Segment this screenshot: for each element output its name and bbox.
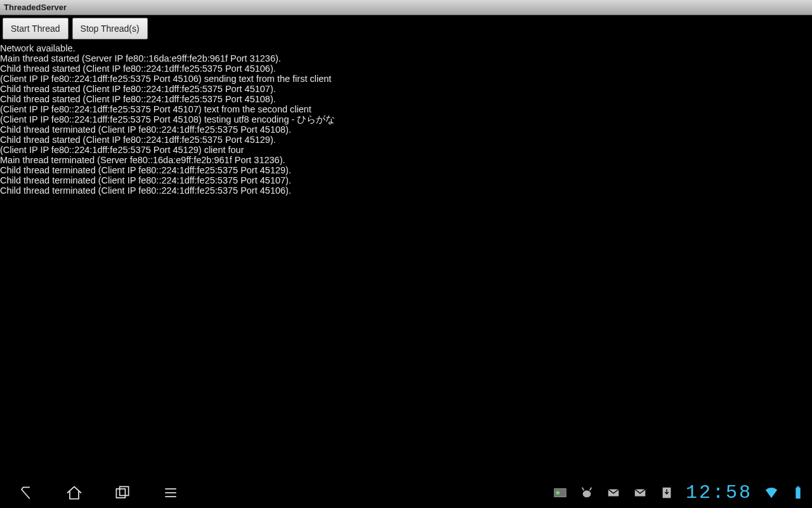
svg-point-6 [556,491,560,495]
window-title: ThreadedServer [4,3,67,12]
nav-buttons [0,483,180,502]
svg-rect-5 [554,489,566,497]
log-line: Child thread started (Client IP fe80::22… [0,94,812,104]
log-line: Child thread started (Client IP fe80::22… [0,135,812,145]
svg-line-8 [582,488,584,491]
back-icon[interactable] [16,483,36,502]
wifi-icon[interactable] [764,485,779,500]
log-line: Child thread started (Client IP fe80::22… [0,64,812,74]
terminal-notification-icon[interactable] [553,485,568,500]
battery-icon[interactable] [790,485,806,500]
usb-debug-icon[interactable] [579,485,594,500]
svg-rect-13 [796,488,800,498]
download-icon[interactable] [659,485,674,500]
start-thread-button[interactable]: Start Thread [3,18,69,39]
log-line: Child thread terminated (Client IP fe80:… [0,124,812,135]
log-line: Network available. [0,43,812,53]
log-line: Main thread terminated (Server fe80::16d… [0,155,812,165]
log-line: (Client IP IP fe80::224:1dff:fe25:5375 P… [0,104,812,114]
gmail-icon[interactable] [632,485,648,500]
log-output: Network available.Main thread started (S… [0,42,812,476]
clock[interactable]: 12:58 [686,482,752,504]
svg-point-7 [583,490,591,497]
recent-apps-icon[interactable] [113,483,132,502]
stop-thread-button[interactable]: Stop Thread(s) [72,18,148,39]
home-icon[interactable] [65,483,84,502]
log-line: (Client IP IP fe80::224:1dff:fe25:5375 P… [0,74,812,84]
log-line: Child thread started (Client IP fe80::22… [0,84,812,94]
log-line: (Client IP IP fe80::224:1dff:fe25:5375 P… [0,114,812,124]
status-tray: 12:58 [553,482,812,504]
mail-icon[interactable] [606,485,621,500]
log-line: Child thread terminated (Client IP fe80:… [0,175,812,185]
log-line: (Client IP IP fe80::224:1dff:fe25:5375 P… [0,145,812,155]
log-line: Child thread terminated (Client IP fe80:… [0,185,812,196]
menu-icon[interactable] [161,483,180,502]
system-navigation-bar: 12:58 [0,478,812,508]
toolbar: Start Thread Stop Thread(s) [0,15,812,42]
svg-rect-1 [120,486,129,495]
log-line: Main thread started (Server IP fe80::16d… [0,53,812,64]
log-line: Child thread terminated (Client IP fe80:… [0,165,812,175]
window-title-bar: ThreadedServer [0,0,812,15]
svg-rect-14 [797,486,799,488]
svg-rect-0 [116,489,125,498]
svg-line-9 [590,488,592,491]
